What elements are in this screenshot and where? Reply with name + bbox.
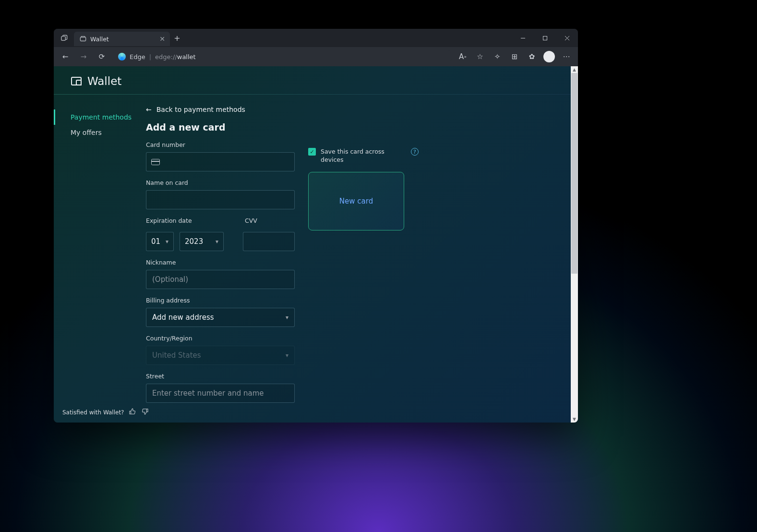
wallet-icon	[71, 77, 82, 85]
feedback-prompt: Satisfied with Wallet?	[62, 409, 124, 416]
sidenav-payment-methods[interactable]: Payment methods	[54, 109, 135, 125]
cvv-input[interactable]	[243, 232, 295, 251]
save-across-devices-checkbox[interactable]: ✓	[308, 148, 316, 156]
card-number-label: Card number	[146, 141, 295, 148]
profile-avatar[interactable]	[541, 49, 557, 64]
addr-divider: |	[149, 53, 151, 60]
chevron-down-icon: ▾	[286, 352, 288, 359]
chevron-down-icon: ▾	[166, 238, 168, 245]
card-preview: New card	[308, 172, 404, 230]
svg-rect-3	[543, 36, 547, 40]
street-input[interactable]	[146, 384, 295, 403]
arrow-left-icon: ←	[146, 106, 152, 113]
billing-address-label: Billing address	[146, 297, 295, 304]
tab-close-icon[interactable]: ✕	[159, 35, 165, 43]
card-icon	[151, 159, 160, 165]
street-label: Street	[146, 373, 295, 380]
back-link-label: Back to payment methods	[156, 106, 245, 113]
card-preview-label: New card	[339, 197, 373, 206]
favorite-star-icon[interactable]: ☆	[472, 49, 488, 64]
thumbs-down-icon[interactable]	[141, 408, 149, 417]
svg-rect-0	[61, 36, 65, 40]
window-minimize-button[interactable]	[512, 29, 534, 47]
new-tab-button[interactable]: +	[170, 34, 184, 43]
scroll-up-arrow-icon[interactable]: ▲	[571, 66, 578, 73]
country-region-label: Country/Region	[146, 335, 295, 342]
country-region-select[interactable]: United States ▾	[146, 346, 295, 365]
chevron-down-icon: ▾	[286, 314, 288, 321]
sidenav-my-offers[interactable]: My offers	[54, 125, 135, 140]
nickname-label: Nickname	[146, 259, 295, 266]
wallet-tab-icon	[80, 36, 86, 42]
tab-title: Wallet	[90, 36, 109, 43]
edge-label: Edge	[130, 53, 145, 60]
collections-icon[interactable]: ⊞	[507, 49, 522, 64]
page-header-title: Wallet	[87, 75, 121, 87]
cvv-label: CVV	[245, 217, 257, 224]
expiry-year-select[interactable]: 2023▾	[180, 232, 224, 251]
side-nav: Payment methods My offers	[54, 99, 135, 423]
more-menu-icon[interactable]: ⋯	[559, 49, 574, 64]
title-bar: Wallet ✕ +	[54, 29, 578, 47]
browser-tab[interactable]: Wallet ✕	[74, 32, 170, 46]
addr-url: edge://wallet	[155, 53, 196, 60]
save-across-devices-label: Save this card across devices	[321, 148, 406, 164]
nav-refresh-button[interactable]: ⟳	[94, 49, 109, 64]
chevron-down-icon: ▾	[216, 238, 218, 245]
nav-forward-button[interactable]: →	[76, 49, 91, 64]
edge-logo-icon	[118, 53, 126, 60]
favorites-bar-icon[interactable]: ✧	[490, 49, 505, 64]
scrollbar-thumb[interactable]	[571, 73, 577, 274]
scroll-down-arrow-icon[interactable]: ▼	[571, 416, 578, 423]
extensions-icon[interactable]: ✿	[524, 49, 540, 64]
address-bar: ← → ⟳ Edge | edge://wallet A» ☆ ✧ ⊞ ✿ ⋯	[54, 47, 578, 66]
thumbs-up-icon[interactable]	[129, 408, 136, 417]
billing-address-select[interactable]: Add new address ▾	[146, 308, 295, 327]
address-box[interactable]: Edge | edge://wallet	[112, 49, 452, 64]
name-on-card-input[interactable]	[146, 190, 295, 209]
card-number-input[interactable]	[146, 152, 295, 171]
page-title: Add a new card	[146, 122, 295, 133]
window-maximize-button[interactable]	[534, 29, 556, 47]
expiration-date-label: Expiration date	[146, 217, 223, 224]
name-on-card-label: Name on card	[146, 179, 295, 186]
nickname-input[interactable]	[146, 270, 295, 289]
expiry-month-select[interactable]: 01▾	[146, 232, 174, 251]
back-link[interactable]: ← Back to payment methods	[146, 106, 295, 113]
help-icon[interactable]: ?	[411, 148, 419, 156]
read-aloud-icon[interactable]: A»	[455, 49, 470, 64]
tab-actions-icon[interactable]	[54, 35, 74, 42]
svg-rect-1	[80, 37, 85, 41]
nav-back-button[interactable]: ←	[58, 49, 73, 64]
window-close-button[interactable]	[556, 29, 578, 47]
content-scrollbar[interactable]: ▲ ▼	[571, 66, 578, 423]
